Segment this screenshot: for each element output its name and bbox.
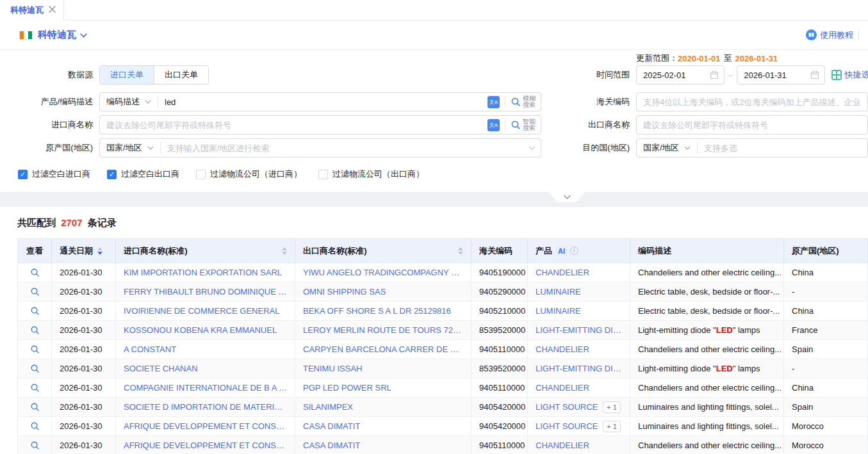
- translate-icon[interactable]: 文A: [487, 119, 500, 131]
- col-importer[interactable]: 进口商名称(标准): [116, 239, 295, 263]
- checkbox-checked-icon[interactable]: ✓: [107, 170, 117, 179]
- col-date[interactable]: 通关日期: [52, 239, 116, 263]
- filter-checkbox[interactable]: 过滤物流公司（出口商）: [318, 168, 424, 180]
- product-cell: CHANDELIER: [528, 436, 630, 454]
- importer-input[interactable]: [100, 120, 482, 130]
- view-cell[interactable]: [18, 359, 52, 378]
- importer-link[interactable]: A CONSTANT: [124, 345, 176, 354]
- filter-checkbox[interactable]: ✓过滤空白出口商: [107, 168, 179, 180]
- hs-code-input[interactable]: [637, 97, 867, 107]
- sort-importer-icon[interactable]: [282, 247, 287, 255]
- date-to-input[interactable]: 2026-01-31: [737, 65, 825, 85]
- product-link[interactable]: LIGHT-EMITTING DIODE: [536, 325, 622, 335]
- tab-cote-divoire[interactable]: 科特迪瓦: [0, 0, 64, 20]
- exporter-input[interactable]: [637, 120, 867, 130]
- view-detail-icon[interactable]: [30, 345, 40, 354]
- product-link[interactable]: LUMINAIRE: [536, 306, 581, 316]
- hs-code-label: 海关编码: [577, 96, 630, 108]
- importer-link[interactable]: SOCIETE D IMPORTATION DE MATERIAUX E...: [124, 402, 287, 412]
- view-cell[interactable]: [18, 321, 52, 340]
- view-detail-icon[interactable]: [30, 306, 40, 316]
- exporter-link[interactable]: PGP LED POWER SRL: [303, 383, 391, 393]
- view-detail-icon[interactable]: [30, 402, 40, 412]
- product-link[interactable]: LIGHT SOURCE: [536, 421, 598, 431]
- view-detail-icon[interactable]: [30, 325, 40, 335]
- view-cell[interactable]: [18, 263, 52, 282]
- product-link[interactable]: LIGHT SOURCE: [536, 402, 598, 412]
- view-cell[interactable]: [18, 398, 52, 417]
- fuzzy-search-button[interactable]: 模糊搜索: [505, 95, 541, 108]
- importer-link[interactable]: FERRY THIBAULT BRUNO DOMINIQUE THO...: [124, 287, 287, 296]
- view-detail-icon[interactable]: [30, 383, 40, 393]
- sort-date-icon[interactable]: [97, 247, 102, 255]
- checkbox-unchecked-icon[interactable]: [318, 170, 328, 179]
- origin-type-select[interactable]: 国家/地区: [100, 142, 160, 154]
- datasource-import-tab[interactable]: 进口关单: [100, 66, 154, 84]
- search-icon: [511, 120, 521, 130]
- destination-type-select[interactable]: 国家/地区: [637, 142, 697, 154]
- exporter-link[interactable]: BEKA OFF SHORE S A L DR 25129816: [303, 306, 451, 316]
- view-cell[interactable]: [18, 302, 52, 321]
- product-link[interactable]: LIGHT-EMITTING DIODE: [536, 364, 622, 373]
- view-detail-icon[interactable]: [30, 441, 40, 450]
- view-cell[interactable]: [18, 282, 52, 302]
- importer-link[interactable]: KOSSONOU KOBENA KRA EMMANUEL: [124, 325, 277, 335]
- col-exporter[interactable]: 出口商名称(标准): [295, 239, 471, 263]
- view-detail-icon[interactable]: [30, 364, 40, 373]
- origin-input[interactable]: [161, 143, 523, 153]
- tutorial-button[interactable]: 使用教程: [806, 29, 853, 41]
- results-table: 查看 通关日期 进口商名称(标准) 出口商名称(标准): [17, 238, 868, 454]
- description-cell: Chandeliers and other electric ceiling..…: [630, 340, 784, 359]
- product-desc-type-select[interactable]: 编码描述: [100, 96, 158, 108]
- translate-icon[interactable]: 文A: [487, 96, 500, 108]
- destination-input[interactable]: [698, 143, 867, 153]
- exporter-link[interactable]: CARPYEN BARCELONA CARRER DE PERE IV: [303, 345, 463, 354]
- collapse-filters-handle[interactable]: [549, 192, 585, 202]
- tab-close-icon[interactable]: [49, 5, 56, 15]
- product-extra-badge[interactable]: + 1: [603, 401, 621, 413]
- view-detail-icon[interactable]: [30, 421, 40, 431]
- product-link[interactable]: CHANDELIER: [536, 345, 589, 354]
- exporter-link[interactable]: SILANIMPEX: [303, 402, 353, 412]
- view-cell[interactable]: [18, 417, 52, 436]
- sort-exporter-icon[interactable]: [458, 247, 463, 255]
- importer-link[interactable]: COMPAGNIE INTERNATIONALE DE B A T E R: [124, 383, 287, 393]
- importer-cell: SOCIETE CHANAN: [116, 359, 295, 378]
- checkbox-unchecked-icon[interactable]: [196, 170, 206, 179]
- exporter-inputbox: [636, 115, 868, 134]
- exporter-link[interactable]: OMNI SHIPPING SAS: [303, 287, 386, 296]
- view-detail-icon[interactable]: [30, 287, 40, 296]
- importer-link[interactable]: IVOIRIENNE DE COMMERCE GENERAL: [124, 306, 279, 316]
- filter-checkbox[interactable]: 过滤物流公司（进口商）: [196, 168, 302, 180]
- importer-link[interactable]: KIM IMPORTATION EXPORTATION SARL: [124, 268, 282, 277]
- info-icon[interactable]: i: [570, 247, 578, 255]
- filter-checkbox[interactable]: ✓过滤空白进口商: [18, 168, 90, 180]
- checkbox-checked-icon[interactable]: ✓: [18, 170, 28, 179]
- exporter-link[interactable]: CASA DIMATIT: [303, 441, 360, 450]
- importer-link[interactable]: AFRIQUE DEVELOPPEMENT ET CONSTRUCT...: [124, 421, 287, 431]
- smart-search-button[interactable]: 智能搜索: [505, 118, 541, 131]
- checkbox-label: 过滤物流公司（出口商）: [332, 168, 424, 180]
- exporter-link[interactable]: CASA DIMATIT: [303, 421, 360, 431]
- datasource-export-tab[interactable]: 出口关单: [154, 66, 208, 84]
- importer-link[interactable]: AFRIQUE DEVELOPPEMENT ET CONSTRUCT...: [124, 441, 287, 450]
- product-desc-input[interactable]: [158, 97, 482, 107]
- product-extra-badge[interactable]: + 1: [603, 421, 621, 432]
- exporter-link[interactable]: YIWU ANGELO TRADINGCOMPAGNY LTD: [303, 268, 463, 277]
- product-link[interactable]: CHANDELIER: [536, 268, 589, 277]
- quick-select-button[interactable]: 快捷选: [831, 69, 868, 81]
- importer-link[interactable]: SOCIETE CHANAN: [124, 364, 198, 373]
- view-cell[interactable]: [18, 340, 52, 359]
- product-link[interactable]: CHANDELIER: [536, 441, 589, 450]
- date-from-input[interactable]: 2025-02-01: [636, 65, 725, 85]
- view-cell[interactable]: [18, 436, 52, 454]
- exporter-link[interactable]: TENIMU ISSAH: [303, 364, 362, 373]
- exporter-link[interactable]: LEROY MERLIN ROUTE DE TOURS 72230 M: [303, 325, 463, 335]
- country-dropdown-icon[interactable]: [80, 30, 87, 40]
- product-link[interactable]: LUMINAIRE: [536, 287, 581, 296]
- view-detail-icon[interactable]: [30, 268, 40, 277]
- origin-type-value: 国家/地区: [106, 142, 142, 154]
- product-link[interactable]: CHANDELIER: [536, 383, 589, 393]
- view-cell[interactable]: [18, 378, 52, 398]
- origin-cell: Morocco: [784, 417, 868, 436]
